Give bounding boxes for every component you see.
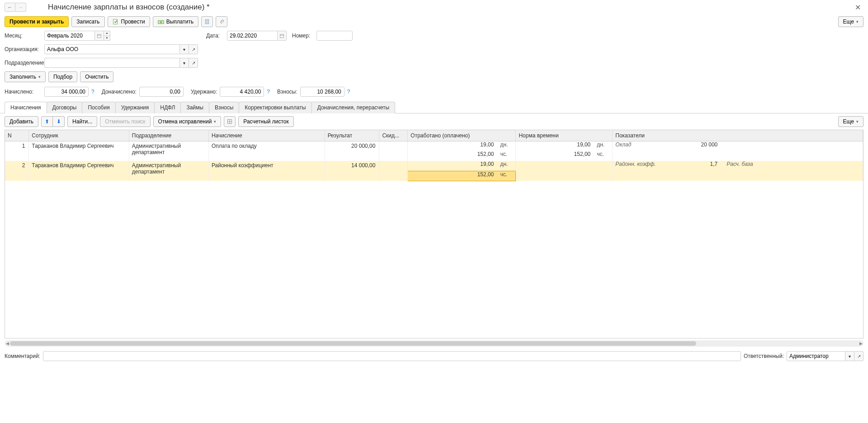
cell-worked-days: 19,00 xyxy=(408,161,497,167)
cell-ind-name: Районн. коэфф. xyxy=(613,161,676,167)
scroll-thumb[interactable] xyxy=(10,341,696,346)
tab-ndfl[interactable]: НДФЛ xyxy=(154,102,181,113)
save-button[interactable]: Записать xyxy=(71,16,104,27)
cell-worked-days: 19,00 xyxy=(408,141,497,148)
cancel-fix-button[interactable]: Отмена исправлений xyxy=(153,116,222,127)
col-worked[interactable]: Отработано (оплачено) xyxy=(408,130,516,141)
date-calendar-icon[interactable] xyxy=(278,31,287,41)
close-icon[interactable]: ✕ xyxy=(852,3,863,12)
help-icon-3[interactable]: ? xyxy=(347,89,350,95)
tab-contributions[interactable]: Взносы xyxy=(209,102,239,113)
move-up-button[interactable]: ⬆ xyxy=(41,116,53,127)
cell-worked-hours[interactable]: 152,00 xyxy=(408,171,497,178)
sub-more-button[interactable]: Еще xyxy=(838,116,863,127)
month-up-button[interactable]: ▲ xyxy=(104,31,110,36)
contrib-input[interactable] xyxy=(300,87,344,97)
cell-discount xyxy=(379,161,408,171)
number-label: Номер: xyxy=(292,33,314,39)
month-down-button[interactable]: ▼ xyxy=(104,36,110,41)
fill-button[interactable]: Заполнить xyxy=(5,71,46,82)
move-down-button[interactable]: ⬇ xyxy=(53,116,65,127)
post-button[interactable]: Провести xyxy=(108,16,150,27)
cell-result: 14 000,00 xyxy=(325,161,379,171)
col-discount[interactable]: Скид... xyxy=(379,130,408,141)
org-dropdown-icon[interactable]: ▾ xyxy=(180,44,189,54)
cell-norm-hours-unit: чс. xyxy=(594,151,612,157)
org-input[interactable] xyxy=(44,44,180,54)
col-department[interactable]: Подразделение xyxy=(129,130,208,141)
tab-benefits[interactable]: Пособия xyxy=(82,102,115,113)
table-row[interactable]: 1 Тараканов Владимир Сергеевич Администр… xyxy=(5,141,863,151)
cell-accrual: Районный коэффициент xyxy=(208,161,325,171)
tab-extra-accruals[interactable]: Доначисления, перерасчеты xyxy=(311,102,395,113)
responsible-open-icon[interactable]: ↗ xyxy=(854,351,863,361)
pick-button[interactable]: Подбор xyxy=(48,71,77,82)
dept-open-icon[interactable]: ↗ xyxy=(189,58,198,68)
scroll-right-icon[interactable]: ▶ xyxy=(858,340,863,347)
tab-corrections[interactable]: Корректировки выплаты xyxy=(239,102,311,113)
tabs: Начисления Договоры Пособия Удержания НД… xyxy=(0,101,868,113)
more-button[interactable]: Еще xyxy=(838,16,863,27)
org-open-icon[interactable]: ↗ xyxy=(189,44,198,54)
cell-ind-val: 20 000 xyxy=(676,141,721,148)
responsible-dropdown-icon[interactable]: ▾ xyxy=(845,351,854,361)
dept-dropdown-icon[interactable]: ▾ xyxy=(180,58,189,68)
tab-accruals[interactable]: Начисления xyxy=(5,102,47,113)
responsible-label: Ответственный: xyxy=(744,353,784,359)
find-button[interactable]: Найти... xyxy=(67,116,97,127)
table-row[interactable]: 2 Тараканов Владимир Сергеевич Администр… xyxy=(5,161,863,171)
cell-ind2-name: Расч. база xyxy=(721,161,766,167)
scroll-left-icon[interactable]: ◀ xyxy=(5,340,10,347)
dept-input[interactable] xyxy=(44,58,180,68)
cell-ind-name: Оклад xyxy=(613,141,676,148)
cell-n: 1 xyxy=(5,141,29,151)
cell-worked-hours-unit: чс. xyxy=(497,151,515,157)
tab-contracts[interactable]: Договоры xyxy=(47,102,83,113)
cell-result: 20 000,00 xyxy=(325,141,379,151)
cell-worked-hours: 152,00 xyxy=(408,151,497,157)
page-title: Начисление зарплаты и взносов (создание)… xyxy=(48,3,210,12)
nav-back-button[interactable]: ← xyxy=(5,3,15,12)
tab-loans[interactable]: Займы xyxy=(180,102,209,113)
col-result[interactable]: Результат xyxy=(325,130,379,141)
col-n[interactable]: N xyxy=(5,130,29,141)
add-row-button[interactable]: Добавить xyxy=(5,116,38,127)
help-icon[interactable]: ? xyxy=(91,89,94,95)
horizontal-scrollbar[interactable]: ◀ ▶ xyxy=(5,340,863,347)
responsible-input[interactable] xyxy=(787,351,845,361)
nav-forward-button[interactable]: → xyxy=(15,3,26,12)
accrued-input[interactable] xyxy=(44,87,89,97)
report-icon xyxy=(204,19,210,25)
clear-button[interactable]: Очистить xyxy=(80,71,113,82)
attach-button[interactable] xyxy=(216,16,227,27)
extra-label: Доначислено: xyxy=(102,89,137,95)
accruals-table[interactable]: N Сотрудник Подразделение Начисление Рез… xyxy=(5,130,863,338)
tab-withholdings[interactable]: Удержания xyxy=(115,102,155,113)
withheld-input[interactable] xyxy=(220,87,264,97)
cell-norm-days-unit: дн. xyxy=(594,141,612,148)
cell-worked-hours-unit: чс. xyxy=(497,171,515,178)
col-accrual[interactable]: Начисление xyxy=(208,130,325,141)
cell-department: Административный департамент xyxy=(129,141,208,161)
date-input[interactable] xyxy=(227,31,278,41)
payslip-button[interactable]: Расчетный листок xyxy=(238,116,293,127)
col-norm[interactable]: Норма времени xyxy=(516,130,613,141)
post-label: Провести xyxy=(121,19,145,25)
col-employee[interactable]: Сотрудник xyxy=(29,130,129,141)
extra-input[interactable] xyxy=(139,87,184,97)
pay-button[interactable]: Выплатить xyxy=(153,16,199,27)
post-and-close-button[interactable]: Провести и закрыть xyxy=(5,16,69,27)
cell-norm-days: 19,00 xyxy=(516,141,594,148)
view-mode-button[interactable] xyxy=(224,116,236,127)
help-icon-2[interactable]: ? xyxy=(267,89,270,95)
cell-employee: Тараканов Владимир Сергеевич xyxy=(29,161,129,171)
report-button[interactable] xyxy=(201,16,213,27)
svg-rect-7 xyxy=(97,34,101,38)
month-input[interactable] xyxy=(44,31,95,41)
calendar-icon[interactable] xyxy=(95,31,104,41)
date-label: Дата: xyxy=(206,33,224,39)
comment-input[interactable] xyxy=(43,351,741,361)
number-input[interactable] xyxy=(316,31,353,41)
col-indicators[interactable]: Показатели xyxy=(613,130,863,141)
cell-n: 2 xyxy=(5,161,29,171)
